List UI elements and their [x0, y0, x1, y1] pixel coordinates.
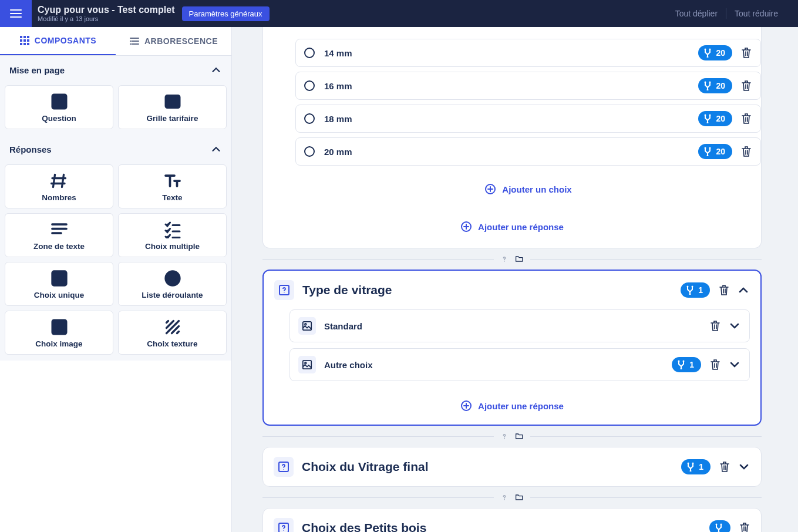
branch-pill[interactable]: 1 [672, 357, 701, 372]
trash-icon[interactable] [709, 359, 721, 371]
response-standard[interactable]: Standard [289, 309, 750, 342]
palette-layout: Question Grille tarifaire [0, 82, 231, 135]
topbar-title-block: Cyup pour vous - Test complet Modifié il… [38, 4, 175, 23]
option-label: 14 mm [324, 48, 698, 58]
palette-single-choice[interactable]: Choix unique [5, 262, 113, 306]
section-layout-header[interactable]: Mise en page [0, 56, 231, 82]
palette-text[interactable]: Texte [118, 164, 227, 208]
trash-icon[interactable] [740, 47, 752, 59]
add-response-button[interactable]: Ajouter une réponse [263, 208, 761, 245]
app-subtitle: Modifié il y a 13 jours [38, 15, 175, 23]
palette-dropdown[interactable]: Liste déroulante [118, 262, 227, 306]
checkbox-icon [50, 270, 68, 287]
palette-question[interactable]: Question [5, 85, 113, 129]
drop-separator[interactable] [262, 487, 762, 508]
option-20mm[interactable]: 20 mm 20 [295, 137, 761, 166]
branch-pill[interactable]: 20 [698, 45, 732, 60]
chevron-up-icon [210, 64, 222, 76]
card-header: Choix du Vitrage final 1 [263, 447, 761, 486]
folder-drop-icon [515, 432, 524, 441]
palette-numbers[interactable]: Nombres [5, 164, 113, 208]
question-drop-icon [500, 432, 509, 441]
tabs: COMPOSANTS ARBORESCENCE [0, 27, 231, 56]
palette-label: Grille tarifaire [147, 114, 198, 123]
option-16mm[interactable]: 16 mm 20 [295, 72, 761, 100]
response-autre[interactable]: Autre choix 1 [289, 348, 750, 381]
question-icon [278, 522, 289, 532]
drop-separator[interactable] [262, 248, 762, 270]
fork-icon [703, 48, 712, 58]
chevron-down-icon[interactable] [728, 358, 741, 371]
section-answers-header[interactable]: Réponses [0, 135, 231, 161]
section-layout-label: Mise en page [9, 65, 65, 75]
chevron-up-icon[interactable] [737, 284, 750, 297]
image-icon [302, 359, 312, 370]
fork-icon [714, 523, 723, 532]
add-choice-button[interactable]: Ajouter un choix [295, 170, 761, 208]
expand-all-button[interactable]: Tout déplier [667, 9, 726, 18]
fork-icon [703, 114, 712, 123]
collapse-all-button[interactable]: Tout réduire [726, 9, 786, 18]
palette-price-grid[interactable]: Grille tarifaire [118, 85, 227, 129]
option-14mm[interactable]: 14 mm 20 [295, 39, 761, 67]
tab-components[interactable]: COMPOSANTS [0, 27, 116, 55]
question-icon-wrap [274, 280, 294, 300]
add-response-button[interactable]: Ajouter une réponse [264, 387, 760, 425]
fork-icon [676, 360, 686, 369]
question-card-vitrage-final[interactable]: Choix du Vitrage final 1 [262, 447, 762, 487]
branch-pill[interactable]: 1 [681, 459, 711, 474]
branch-count: 20 [716, 48, 725, 58]
branch-pill[interactable]: 20 [698, 144, 732, 159]
palette-label: Choix unique [34, 291, 85, 299]
palette-textarea[interactable]: Zone de texte [5, 213, 113, 257]
palette-label: Choix multiple [145, 242, 200, 251]
chevron-down-icon[interactable] [728, 319, 741, 332]
settings-button[interactable]: Paramètres généraux [182, 6, 270, 21]
trash-icon[interactable] [719, 461, 730, 473]
menu-button[interactable] [0, 0, 32, 27]
branch-count: 1 [699, 462, 703, 472]
hash-icon [50, 172, 68, 190]
fork-icon [686, 462, 695, 472]
chevron-up-icon [210, 143, 222, 155]
dropdown-icon [164, 270, 181, 287]
branch-count: 1 [698, 285, 703, 295]
option-label: 16 mm [324, 81, 698, 91]
branch-pill[interactable]: 20 [698, 111, 732, 126]
branch-pill[interactable] [709, 520, 730, 532]
palette-image-choice[interactable]: Choix image [5, 311, 113, 355]
text-icon [164, 172, 181, 190]
trash-icon[interactable] [718, 284, 730, 296]
palette-multiple-choice[interactable]: Choix multiple [118, 213, 227, 257]
question-card-vitrage[interactable]: Type de vitrage 1 Standard Autre choix 1 [262, 270, 762, 426]
palette-label: Liste déroulante [142, 291, 203, 299]
plus-circle-icon [484, 183, 496, 195]
add-response-label: Ajouter une réponse [478, 222, 564, 232]
card-title: Choix des Petits bois [302, 521, 709, 532]
palette-texture-choice[interactable]: Choix texture [118, 311, 227, 355]
tab-tree[interactable]: ARBORESCENCE [116, 27, 231, 55]
image-icon-wrap [298, 356, 316, 373]
branch-count: 20 [716, 114, 725, 123]
canvas: 14 mm 20 16 mm 20 18 mm 20 [232, 27, 798, 532]
grid-icon [19, 35, 30, 46]
option-18mm[interactable]: 18 mm 20 [295, 105, 761, 133]
branch-pill[interactable]: 1 [681, 282, 710, 298]
trash-icon[interactable] [740, 146, 752, 157]
branch-pill[interactable]: 20 [698, 78, 732, 93]
svg-rect-16 [166, 96, 180, 108]
trash-icon[interactable] [739, 522, 750, 532]
trash-icon[interactable] [709, 320, 721, 332]
question-card-petits-bois[interactable]: Choix des Petits bois [262, 508, 762, 532]
chevron-down-icon[interactable] [738, 460, 750, 473]
question-icon [278, 284, 290, 296]
palette-label: Choix image [35, 339, 82, 348]
svg-rect-7 [20, 36, 22, 38]
svg-rect-12 [27, 39, 29, 42]
folder-drop-icon [515, 254, 524, 264]
palette-label: Nombres [42, 193, 76, 202]
drop-separator[interactable] [262, 426, 762, 447]
svg-rect-10 [20, 39, 22, 42]
trash-icon[interactable] [740, 113, 752, 124]
trash-icon[interactable] [740, 80, 752, 92]
